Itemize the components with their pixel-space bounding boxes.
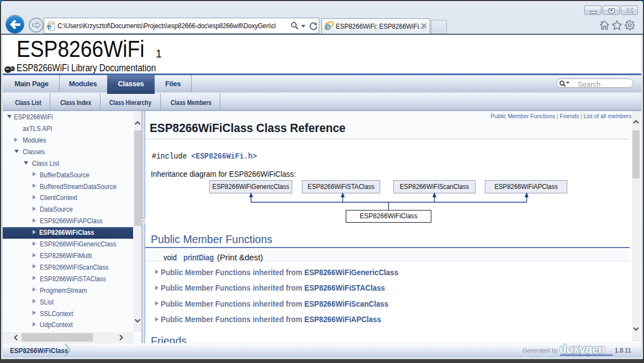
svg-text:doxygen: doxygen	[559, 343, 605, 356]
